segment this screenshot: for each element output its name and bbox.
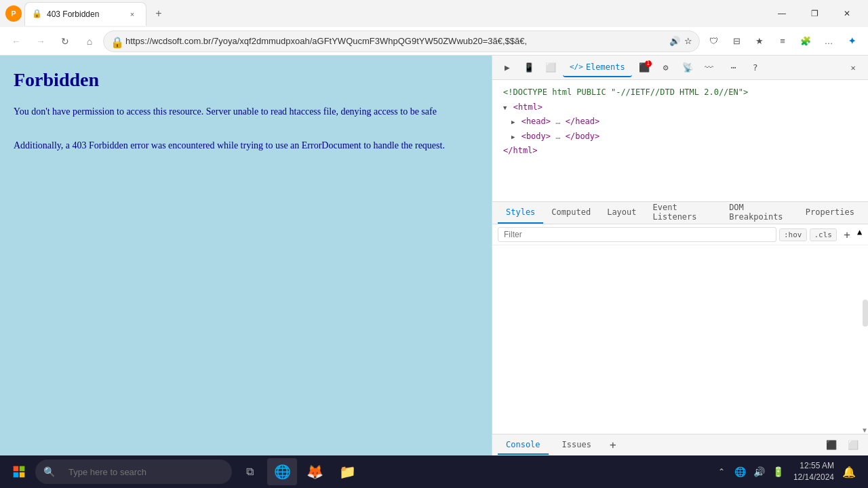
refresh-button[interactable]: ↻: [54, 30, 76, 52]
tab-styles[interactable]: Styles: [498, 202, 543, 224]
tab-favicon: 🔒: [32, 9, 43, 20]
network-icon: 🌐: [734, 466, 746, 477]
tree-line-html[interactable]: <html>: [500, 100, 860, 115]
styles-content: [492, 245, 868, 434]
read-aloud-icon[interactable]: 🔊: [669, 36, 680, 46]
edge-icon: 🌐: [274, 464, 291, 480]
scroll-down-button[interactable]: ▼: [863, 426, 867, 434]
favorites-button[interactable]: ★: [749, 30, 770, 52]
browser-window: P 🔒 403 Forbidden × + — ❐ ✕ ← → ↻ ⌂ 🔒 🔊 …: [0, 0, 868, 455]
scroll-up-button[interactable]: ▲: [857, 227, 863, 242]
lock-icon: 🔒: [111, 36, 121, 47]
svg-rect-1: [20, 466, 25, 472]
console-tab[interactable]: Console: [498, 436, 549, 455]
main-area: Forbidden You don't have permission to a…: [0, 56, 868, 455]
styles-filter-bar: :hov .cls + ▲: [492, 224, 868, 245]
url-input[interactable]: [125, 36, 665, 46]
page-title: Forbidden: [14, 69, 478, 91]
more-button[interactable]: …: [818, 30, 840, 52]
split-screen-button[interactable]: ⊟: [726, 30, 747, 52]
devtools-close-button[interactable]: ✕: [844, 58, 863, 77]
explorer-icon: 📁: [339, 464, 356, 480]
extensions-button[interactable]: 🧩: [795, 30, 816, 52]
title-bar: P 🔒 403 Forbidden × + — ❐ ✕: [0, 0, 868, 27]
collections-button[interactable]: ≡: [772, 30, 793, 52]
home-button[interactable]: ⌂: [79, 30, 100, 52]
scroll-indicator: [863, 300, 868, 327]
clock-time: 12:55 AM: [793, 460, 834, 472]
address-bar[interactable]: 🔒 🔊 ☆: [103, 30, 700, 52]
search-icon: 🔍: [43, 466, 55, 477]
edge-taskbar-button[interactable]: 🌐: [267, 458, 297, 485]
explorer-taskbar-button[interactable]: 📁: [332, 458, 362, 485]
device-toolbar-button[interactable]: 📱: [519, 58, 538, 77]
clock-date: 12/14/2024: [793, 472, 834, 483]
maximize-button[interactable]: ❐: [799, 3, 830, 24]
performance-button[interactable]: 〰: [700, 58, 719, 77]
tab-layout[interactable]: Layout: [599, 202, 644, 224]
tree-line-head[interactable]: <head> … </head>: [500, 115, 860, 129]
tray-network-icon[interactable]: 🌐: [732, 464, 749, 480]
task-view-button[interactable]: ⧉: [235, 458, 264, 485]
tab-computed[interactable]: Computed: [543, 202, 599, 224]
firefox-taskbar-button[interactable]: 🦊: [300, 458, 330, 485]
tray-battery-icon[interactable]: 🔋: [770, 464, 787, 480]
body-expand-icon[interactable]: [511, 133, 515, 140]
cls-button[interactable]: .cls: [810, 228, 837, 241]
avatar[interactable]: P: [5, 5, 22, 22]
close-button[interactable]: ✕: [831, 3, 863, 24]
dock-button[interactable]: ⬜: [541, 58, 560, 77]
devtools-panel: ▶ 📱 ⬜ </> Elements ⬛ 1 ⚙ 📡 〰 ⋯ ? ✕: [492, 56, 868, 455]
network-button[interactable]: 📡: [678, 58, 697, 77]
nav-toolbar: 🛡 ⊟ ★ ≡ 🧩 … ✦: [703, 30, 863, 52]
issues-tab[interactable]: Issues: [554, 436, 599, 455]
tray-volume-icon[interactable]: 🔊: [751, 464, 768, 480]
hov-button[interactable]: :hov: [779, 228, 807, 241]
paragraph-1: You don't have permission to access this…: [14, 104, 478, 119]
tab-title: 403 Forbidden: [47, 9, 121, 19]
help-button[interactable]: ?: [746, 58, 765, 77]
browser-content: Forbidden You don't have permission to a…: [0, 56, 492, 455]
notification-button[interactable]: 🔔: [841, 464, 857, 480]
tray-chevron-button[interactable]: ⌃: [713, 464, 730, 480]
tab-dom-breakpoints[interactable]: DOM Breakpoints: [721, 202, 797, 224]
elements-icon: </>: [570, 62, 583, 71]
devtools-bottom-bar: Console Issues + ⬛ ⬜: [492, 434, 868, 455]
copilot-button[interactable]: ✦: [841, 30, 863, 52]
windows-logo-icon: [12, 465, 26, 479]
minimize-button[interactable]: —: [766, 3, 797, 24]
notification-icon: 🔔: [842, 466, 856, 479]
html-expand-icon[interactable]: [503, 104, 507, 111]
tab-close-button[interactable]: ×: [125, 7, 139, 21]
tab-event-listeners[interactable]: Event Listeners: [645, 202, 722, 224]
search-input[interactable]: [60, 460, 257, 484]
battery-icon: 🔋: [772, 466, 784, 477]
add-style-rule-button[interactable]: +: [840, 227, 854, 242]
system-clock[interactable]: 12:55 AM 12/14/2024: [788, 460, 840, 483]
head-expand-icon[interactable]: [511, 118, 515, 125]
tab-elements[interactable]: </> Elements: [563, 58, 632, 77]
window-controls: — ❐ ✕: [766, 3, 863, 24]
taskbar-search[interactable]: 🔍: [35, 460, 232, 484]
devtools-toolbar: ▶ 📱 ⬜ </> Elements ⬛ 1 ⚙ 📡 〰 ⋯ ? ✕: [492, 56, 868, 80]
new-tab-button[interactable]: +: [149, 4, 168, 23]
browser-essentials-button[interactable]: 🛡: [703, 30, 724, 52]
tab-properties[interactable]: Properties: [797, 202, 863, 224]
add-panel-button[interactable]: +: [605, 437, 621, 453]
tray-icons: ⌃ 🌐 🔊 🔋: [713, 464, 787, 480]
start-button[interactable]: [5, 458, 33, 485]
inspect-element-button[interactable]: ▶: [498, 58, 517, 77]
tree-line-body[interactable]: <body> … </body>: [500, 129, 860, 144]
sources-button[interactable]: ⚙: [656, 58, 675, 77]
more-panels-button[interactable]: ⋯: [724, 58, 743, 77]
forward-button[interactable]: →: [30, 30, 52, 52]
styles-filter-input[interactable]: [498, 227, 776, 242]
svg-rect-3: [20, 472, 25, 478]
console-panel-icon[interactable]: ⬛ 1: [635, 58, 654, 77]
favorites-icon[interactable]: ☆: [684, 36, 692, 46]
navigation-bar: ← → ↻ ⌂ 🔒 🔊 ☆ 🛡 ⊟ ★ ≡ 🧩 … ✦: [0, 27, 868, 56]
active-tab[interactable]: 🔒 403 Forbidden ×: [24, 2, 146, 26]
undock-button[interactable]: ⬜: [844, 436, 863, 455]
back-button[interactable]: ←: [5, 30, 27, 52]
dock-side-button[interactable]: ⬛: [822, 436, 841, 455]
